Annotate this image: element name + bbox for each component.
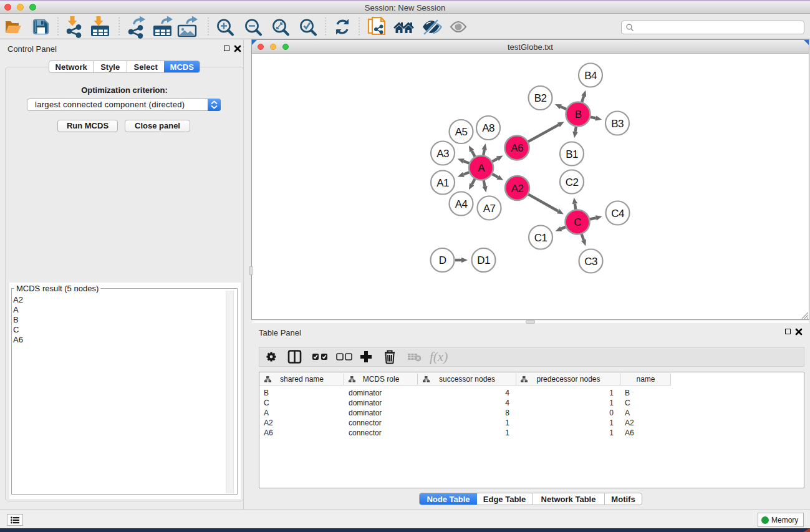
svg-text:A8: A8 [482,122,494,134]
svg-text:B: B [575,109,582,120]
svg-text:A1: A1 [436,177,449,189]
svg-text:D: D [439,254,446,266]
svg-text:A5: A5 [455,126,468,138]
svg-text:C2: C2 [566,177,579,188]
svg-text:C4: C4 [611,208,624,220]
svg-text:A7: A7 [483,203,496,215]
svg-text:B3: B3 [611,118,624,130]
svg-text:B2: B2 [534,92,547,104]
svg-text:A: A [478,162,485,174]
svg-text:C3: C3 [584,256,597,268]
svg-text:A4: A4 [455,198,468,210]
svg-text:A6: A6 [511,142,523,154]
svg-text:D1: D1 [477,254,490,266]
svg-text:A3: A3 [436,148,449,160]
svg-text:f(x): f(x) [430,349,448,364]
svg-text:A2: A2 [511,183,524,195]
svg-text:C1: C1 [534,232,547,244]
svg-text:B1: B1 [566,148,578,160]
svg-text:C: C [574,216,581,228]
svg-text:B4: B4 [584,70,597,82]
